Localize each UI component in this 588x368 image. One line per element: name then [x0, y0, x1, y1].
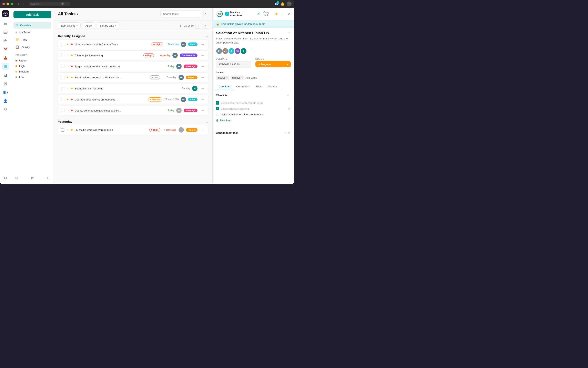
task-more-t8[interactable]: ⋯	[200, 128, 205, 132]
page-title-chevron[interactable]: ▾	[77, 12, 78, 16]
messages-button[interactable]: 📧 4	[274, 2, 278, 6]
task-more-t3[interactable]: ⋯	[200, 64, 205, 69]
delete-checklist-item-2[interactable]: 🗑	[288, 107, 291, 110]
tab-activity[interactable]: Activity	[265, 83, 280, 90]
app-logo[interactable]	[2, 10, 9, 17]
collapse-panel-button[interactable]: ^	[203, 11, 208, 17]
bulk-actions-button[interactable]: Bulk actions ▾	[58, 22, 80, 29]
favorite-star[interactable]: ★	[275, 11, 278, 16]
iconbar-time[interactable]: ⏱	[2, 37, 9, 45]
new-item-label[interactable]: New Item	[220, 119, 231, 122]
star-button-t1[interactable]: ★	[66, 43, 69, 46]
sidebar-item-files[interactable]: 📁 Files	[13, 36, 51, 43]
forward-button[interactable]: ›	[21, 2, 25, 6]
task-more-t7[interactable]: ⋯	[200, 108, 205, 113]
sidebar-item-my-tasks[interactable]: ≡ My Tasks	[13, 29, 51, 36]
star-button-t6[interactable]: ★	[66, 98, 69, 101]
iconbar-tasks[interactable]: ☰	[2, 63, 9, 70]
iconbar-code[interactable]: ⟨/⟩	[2, 80, 9, 87]
recently-assigned-collapse[interactable]: ⌄	[206, 35, 208, 38]
star-button-t2[interactable]: ☆	[66, 54, 69, 57]
layout-button[interactable]: ⊟	[46, 175, 50, 181]
iconbar-chat[interactable]: 💬	[2, 28, 9, 36]
task-row[interactable]: ☆ Set up first call for demo Sunday H ⋯	[58, 83, 208, 93]
iconbar-shield[interactable]: 🛡	[2, 106, 9, 113]
iconbar-add-user[interactable]: 👤+	[2, 89, 9, 96]
task-more-t2[interactable]: ⋯	[200, 53, 205, 58]
task-checkbox-t6[interactable]	[61, 98, 64, 101]
trash-button[interactable]: 🗑	[30, 175, 35, 181]
checklist-checkbox-2[interactable]: ✓	[216, 107, 219, 110]
task-checkbox-t3[interactable]	[61, 65, 64, 68]
task-row[interactable]: ☆ Fix tooltip word wrap/break rules High…	[58, 125, 208, 135]
sidebar-item-overview[interactable]: ⊞ Overview	[13, 22, 51, 28]
assignee-avatar-3[interactable]: T	[228, 48, 235, 54]
more-options-button[interactable]: •••	[287, 1, 292, 6]
sort-by-date-button[interactable]: Sort by date ▾	[97, 22, 119, 29]
iconbar-dashboard[interactable]: ⊞	[2, 20, 9, 27]
add-chip-input[interactable]	[245, 76, 262, 79]
checklist-checkbox-3[interactable]	[216, 113, 219, 116]
priority-urgent[interactable]: Urgent	[13, 58, 51, 63]
task-more-t1[interactable]: ⋯	[200, 42, 205, 47]
copy-link-button[interactable]: 🔗 Copy Link	[256, 10, 273, 18]
task-more-t4[interactable]: ⋯	[200, 75, 205, 80]
task-checkbox-t5[interactable]	[61, 87, 64, 90]
due-date-value[interactable]: 8/03/2023 08:30 AM	[216, 61, 251, 68]
close-traffic-light[interactable]	[2, 3, 5, 5]
assignee-avatar-2[interactable]: ML	[222, 48, 229, 54]
apply-button[interactable]: Apply	[82, 22, 95, 29]
global-search-input[interactable]	[31, 2, 60, 5]
tab-files[interactable]: Files	[253, 83, 265, 90]
star-button-t7[interactable]: ☆	[66, 109, 69, 112]
task-row[interactable]: ★ Upgrade dependency on resouces Medium …	[58, 94, 208, 104]
notifications-button[interactable]: 🔔	[281, 2, 285, 6]
task-checkbox-t2[interactable]	[61, 54, 64, 57]
star-button-t3[interactable]: ☆	[66, 65, 69, 68]
task-row[interactable]: ☆ Client objective meeting High Yesterda…	[58, 50, 208, 60]
task-checkbox-t4[interactable]	[61, 76, 64, 79]
task-more-t5[interactable]: ⋯	[200, 86, 205, 91]
task-row[interactable]: ★ Video conference with Canada Team High…	[58, 39, 208, 49]
status-dropdown[interactable]: In Progress ▾	[255, 61, 291, 67]
add-checklist-item-button[interactable]: +	[285, 93, 291, 98]
tab-checklist[interactable]: Checklist	[216, 83, 233, 90]
iconbar-inbox[interactable]: 📥	[2, 54, 9, 62]
iconbar-calendar[interactable]: 📅	[2, 46, 9, 53]
detail-close-button[interactable]: ✕	[288, 12, 291, 16]
delete-canada-section[interactable]: 🗑	[288, 131, 291, 134]
iconbar-person[interactable]: 👤	[2, 97, 9, 105]
task-checkbox-t7[interactable]	[61, 109, 64, 112]
search-tasks-input[interactable]	[160, 11, 201, 17]
star-button-t4[interactable]: ★	[66, 76, 69, 79]
sidebar-item-activity[interactable]: 📋 Activity	[13, 44, 51, 50]
priority-medium[interactable]: Medium	[13, 69, 51, 74]
mark-complete-check[interactable]: ✓ Mark as completed	[225, 11, 254, 17]
task-checkbox-t1[interactable]	[61, 43, 64, 46]
task-row[interactable]: ☆ Update contribution guidelines and lic…	[58, 106, 208, 115]
minimize-traffic-light[interactable]	[7, 3, 9, 5]
iconbar-reports[interactable]: 📊	[2, 72, 9, 79]
detail-kebab-button[interactable]: ⋮	[280, 11, 286, 17]
star-button-t8[interactable]: ☆	[66, 128, 69, 131]
maximize-traffic-light[interactable]	[11, 3, 13, 5]
star-button-t5[interactable]: ☆	[66, 87, 69, 90]
priority-low[interactable]: Low	[13, 74, 51, 80]
yesterday-collapse[interactable]: ⌄	[206, 120, 208, 123]
new-item-icon[interactable]: ⊕	[216, 119, 219, 122]
previous-page-button[interactable]: ‹	[195, 23, 201, 28]
task-row[interactable]: ☆ Target market trend analysis on the go…	[58, 62, 208, 71]
label-finishes-remove[interactable]: ×	[241, 76, 243, 79]
task-checkbox-t8[interactable]	[61, 128, 64, 131]
settings-button[interactable]: ⚙	[14, 175, 19, 181]
iconbar-components[interactable]: ⊡	[2, 174, 9, 182]
titlebar-search-bar[interactable]: /	[29, 2, 70, 6]
priority-high[interactable]: High	[13, 63, 51, 69]
edit-canada-section[interactable]: ✎	[284, 131, 287, 134]
tab-comments[interactable]: Comments	[233, 83, 253, 90]
checklist-checkbox-1[interactable]: ✓	[216, 101, 219, 105]
assignee-avatar-1[interactable]: JK	[216, 48, 223, 54]
next-page-button[interactable]: ›	[203, 23, 208, 28]
task-more-t6[interactable]: ⋯	[200, 97, 205, 102]
task-row[interactable]: ★ Send revised proposal to Mr. Dow Jon..…	[58, 73, 208, 82]
